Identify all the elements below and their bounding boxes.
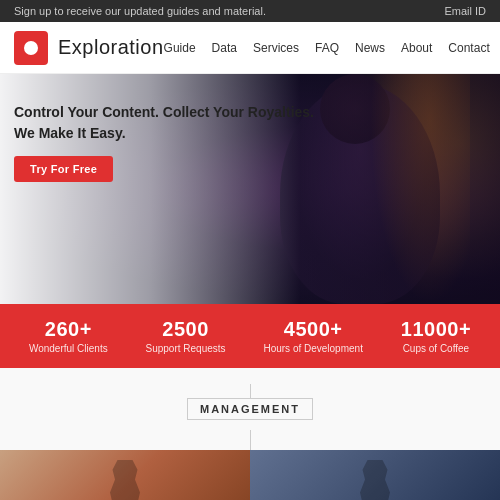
nav-services[interactable]: Services: [253, 41, 299, 55]
management-header: MANAGEMENT: [0, 398, 500, 420]
stat-support-number: 2500: [146, 318, 226, 341]
nav-news[interactable]: News: [355, 41, 385, 55]
logo-icon-circle: [24, 41, 38, 55]
header: Exploration Guide Data Services FAQ News…: [0, 22, 500, 74]
nav-data[interactable]: Data: [212, 41, 237, 55]
hero-tagline-line2: We Make It Easy.: [14, 123, 486, 144]
stat-clients-number: 260+: [29, 318, 108, 341]
nav-about[interactable]: About: [401, 41, 432, 55]
email-id-link[interactable]: Email ID: [444, 5, 486, 17]
hero-section: Control Your Content. Collect Your Royal…: [0, 74, 500, 304]
stat-support: 2500 Support Requests: [146, 318, 226, 354]
try-for-free-button[interactable]: Try For Free: [14, 156, 113, 182]
management-divider-bottom: [250, 430, 251, 450]
nav-faq[interactable]: FAQ: [315, 41, 339, 55]
hero-content: Control Your Content. Collect Your Royal…: [0, 74, 500, 210]
stats-bar: 260+ Wonderful Clients 2500 Support Requ…: [0, 304, 500, 368]
management-card-right[interactable]: [250, 450, 500, 500]
stat-hours-number: 4500+: [263, 318, 363, 341]
nav-guide[interactable]: Guide: [164, 41, 196, 55]
logo-area: Exploration: [14, 31, 164, 65]
hero-tagline-line1: Control Your Content. Collect Your Royal…: [14, 102, 486, 123]
management-card-left[interactable]: [0, 450, 250, 500]
stat-hours-label: Hours of Development: [263, 343, 363, 354]
nav-contact[interactable]: Contact: [448, 41, 489, 55]
stat-clients-label: Wonderful Clients: [29, 343, 108, 354]
announcement-bar: Sign up to receive our updated guides an…: [0, 0, 500, 22]
stat-clients: 260+ Wonderful Clients: [29, 318, 108, 354]
management-divider-top: [250, 384, 251, 398]
stat-hours: 4500+ Hours of Development: [263, 318, 363, 354]
announcement-text: Sign up to receive our updated guides an…: [14, 5, 266, 17]
management-section: MANAGEMENT: [0, 368, 500, 500]
stat-coffee: 11000+ Cups of Coffee: [401, 318, 471, 354]
hero-tagline: Control Your Content. Collect Your Royal…: [14, 102, 486, 144]
person-silhouette-left: [100, 460, 150, 500]
management-cards: [0, 450, 500, 500]
main-nav: Guide Data Services FAQ News About Conta…: [164, 41, 490, 55]
stat-coffee-number: 11000+: [401, 318, 471, 341]
person-silhouette-right: [350, 460, 400, 500]
stat-support-label: Support Requests: [146, 343, 226, 354]
stat-coffee-label: Cups of Coffee: [401, 343, 471, 354]
logo-text[interactable]: Exploration: [58, 36, 164, 59]
logo-icon: [14, 31, 48, 65]
management-title: MANAGEMENT: [187, 398, 313, 420]
